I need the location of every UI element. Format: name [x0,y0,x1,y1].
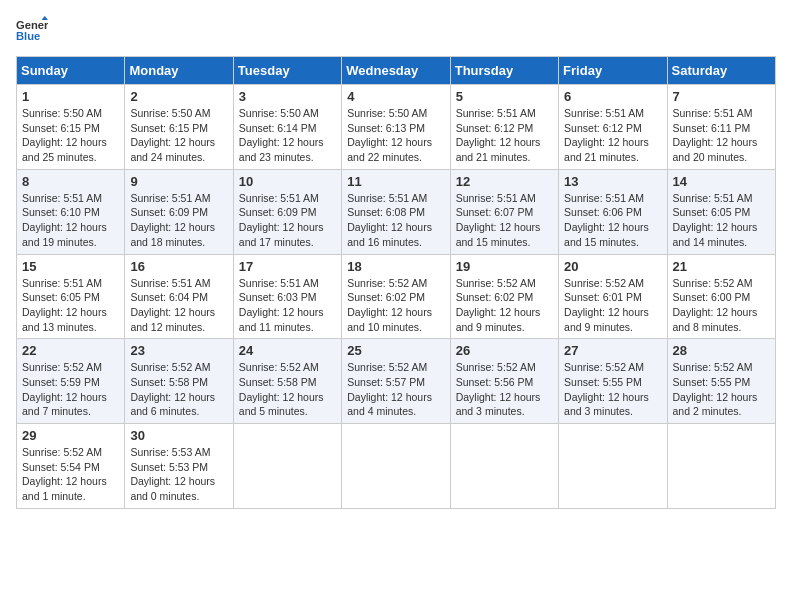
day-number: 2 [130,89,227,104]
day-number: 18 [347,259,444,274]
calendar-cell: 28Sunrise: 5:52 AMSunset: 5:55 PMDayligh… [667,339,775,424]
day-number: 8 [22,174,119,189]
day-info: Sunrise: 5:52 AMSunset: 5:54 PMDaylight:… [22,445,119,504]
calendar-cell: 22Sunrise: 5:52 AMSunset: 5:59 PMDayligh… [17,339,125,424]
day-number: 23 [130,343,227,358]
dow-header: Sunday [17,57,125,85]
day-number: 21 [673,259,770,274]
day-info: Sunrise: 5:52 AMSunset: 5:58 PMDaylight:… [130,360,227,419]
calendar-cell: 8Sunrise: 5:51 AMSunset: 6:10 PMDaylight… [17,169,125,254]
day-info: Sunrise: 5:50 AMSunset: 6:14 PMDaylight:… [239,106,336,165]
calendar-cell: 6Sunrise: 5:51 AMSunset: 6:12 PMDaylight… [559,85,667,170]
calendar-cell: 16Sunrise: 5:51 AMSunset: 6:04 PMDayligh… [125,254,233,339]
day-info: Sunrise: 5:50 AMSunset: 6:15 PMDaylight:… [130,106,227,165]
calendar-cell: 2Sunrise: 5:50 AMSunset: 6:15 PMDaylight… [125,85,233,170]
day-info: Sunrise: 5:51 AMSunset: 6:08 PMDaylight:… [347,191,444,250]
calendar-cell [667,424,775,509]
calendar-cell: 19Sunrise: 5:52 AMSunset: 6:02 PMDayligh… [450,254,558,339]
day-info: Sunrise: 5:52 AMSunset: 5:58 PMDaylight:… [239,360,336,419]
calendar-cell: 1Sunrise: 5:50 AMSunset: 6:15 PMDaylight… [17,85,125,170]
calendar-cell: 4Sunrise: 5:50 AMSunset: 6:13 PMDaylight… [342,85,450,170]
calendar-cell: 29Sunrise: 5:52 AMSunset: 5:54 PMDayligh… [17,424,125,509]
svg-text:Blue: Blue [16,30,40,42]
dow-header: Thursday [450,57,558,85]
day-info: Sunrise: 5:51 AMSunset: 6:03 PMDaylight:… [239,276,336,335]
calendar-cell [342,424,450,509]
day-number: 26 [456,343,553,358]
day-info: Sunrise: 5:51 AMSunset: 6:04 PMDaylight:… [130,276,227,335]
calendar-cell: 9Sunrise: 5:51 AMSunset: 6:09 PMDaylight… [125,169,233,254]
calendar-cell: 15Sunrise: 5:51 AMSunset: 6:05 PMDayligh… [17,254,125,339]
day-number: 20 [564,259,661,274]
day-number: 6 [564,89,661,104]
day-info: Sunrise: 5:51 AMSunset: 6:09 PMDaylight:… [239,191,336,250]
day-info: Sunrise: 5:51 AMSunset: 6:12 PMDaylight:… [456,106,553,165]
day-info: Sunrise: 5:52 AMSunset: 5:57 PMDaylight:… [347,360,444,419]
calendar-cell: 17Sunrise: 5:51 AMSunset: 6:03 PMDayligh… [233,254,341,339]
logo: General Blue [16,16,48,44]
calendar-cell: 20Sunrise: 5:52 AMSunset: 6:01 PMDayligh… [559,254,667,339]
day-number: 24 [239,343,336,358]
day-number: 28 [673,343,770,358]
day-number: 16 [130,259,227,274]
day-number: 30 [130,428,227,443]
svg-text:General: General [16,19,48,31]
day-info: Sunrise: 5:51 AMSunset: 6:05 PMDaylight:… [673,191,770,250]
calendar-cell: 10Sunrise: 5:51 AMSunset: 6:09 PMDayligh… [233,169,341,254]
day-number: 1 [22,89,119,104]
day-info: Sunrise: 5:53 AMSunset: 5:53 PMDaylight:… [130,445,227,504]
calendar-cell [559,424,667,509]
dow-header: Monday [125,57,233,85]
day-info: Sunrise: 5:52 AMSunset: 5:55 PMDaylight:… [673,360,770,419]
day-info: Sunrise: 5:52 AMSunset: 6:02 PMDaylight:… [456,276,553,335]
calendar-cell: 13Sunrise: 5:51 AMSunset: 6:06 PMDayligh… [559,169,667,254]
day-number: 19 [456,259,553,274]
calendar-cell: 27Sunrise: 5:52 AMSunset: 5:55 PMDayligh… [559,339,667,424]
day-number: 5 [456,89,553,104]
calendar-cell: 30Sunrise: 5:53 AMSunset: 5:53 PMDayligh… [125,424,233,509]
calendar-cell: 24Sunrise: 5:52 AMSunset: 5:58 PMDayligh… [233,339,341,424]
calendar-cell: 26Sunrise: 5:52 AMSunset: 5:56 PMDayligh… [450,339,558,424]
day-info: Sunrise: 5:51 AMSunset: 6:05 PMDaylight:… [22,276,119,335]
dow-header: Saturday [667,57,775,85]
calendar-cell: 11Sunrise: 5:51 AMSunset: 6:08 PMDayligh… [342,169,450,254]
day-info: Sunrise: 5:52 AMSunset: 6:02 PMDaylight:… [347,276,444,335]
day-number: 11 [347,174,444,189]
calendar-cell: 18Sunrise: 5:52 AMSunset: 6:02 PMDayligh… [342,254,450,339]
page-header: General Blue [16,16,776,44]
day-number: 14 [673,174,770,189]
day-number: 7 [673,89,770,104]
day-info: Sunrise: 5:51 AMSunset: 6:12 PMDaylight:… [564,106,661,165]
day-number: 29 [22,428,119,443]
svg-marker-2 [42,16,48,20]
day-number: 17 [239,259,336,274]
day-info: Sunrise: 5:52 AMSunset: 6:01 PMDaylight:… [564,276,661,335]
calendar-table: SundayMondayTuesdayWednesdayThursdayFrid… [16,56,776,509]
day-info: Sunrise: 5:52 AMSunset: 5:59 PMDaylight:… [22,360,119,419]
calendar-cell: 25Sunrise: 5:52 AMSunset: 5:57 PMDayligh… [342,339,450,424]
day-info: Sunrise: 5:51 AMSunset: 6:09 PMDaylight:… [130,191,227,250]
day-number: 15 [22,259,119,274]
day-info: Sunrise: 5:51 AMSunset: 6:06 PMDaylight:… [564,191,661,250]
calendar-cell: 7Sunrise: 5:51 AMSunset: 6:11 PMDaylight… [667,85,775,170]
calendar-cell [450,424,558,509]
day-info: Sunrise: 5:51 AMSunset: 6:11 PMDaylight:… [673,106,770,165]
calendar-cell: 3Sunrise: 5:50 AMSunset: 6:14 PMDaylight… [233,85,341,170]
day-number: 25 [347,343,444,358]
day-number: 13 [564,174,661,189]
calendar-cell [233,424,341,509]
calendar-cell: 14Sunrise: 5:51 AMSunset: 6:05 PMDayligh… [667,169,775,254]
calendar-cell: 5Sunrise: 5:51 AMSunset: 6:12 PMDaylight… [450,85,558,170]
calendar-cell: 12Sunrise: 5:51 AMSunset: 6:07 PMDayligh… [450,169,558,254]
day-info: Sunrise: 5:51 AMSunset: 6:07 PMDaylight:… [456,191,553,250]
day-info: Sunrise: 5:52 AMSunset: 6:00 PMDaylight:… [673,276,770,335]
calendar-cell: 23Sunrise: 5:52 AMSunset: 5:58 PMDayligh… [125,339,233,424]
day-number: 12 [456,174,553,189]
day-number: 4 [347,89,444,104]
logo-icon: General Blue [16,16,48,44]
day-info: Sunrise: 5:50 AMSunset: 6:13 PMDaylight:… [347,106,444,165]
dow-header: Friday [559,57,667,85]
day-info: Sunrise: 5:52 AMSunset: 5:56 PMDaylight:… [456,360,553,419]
day-info: Sunrise: 5:50 AMSunset: 6:15 PMDaylight:… [22,106,119,165]
day-info: Sunrise: 5:51 AMSunset: 6:10 PMDaylight:… [22,191,119,250]
